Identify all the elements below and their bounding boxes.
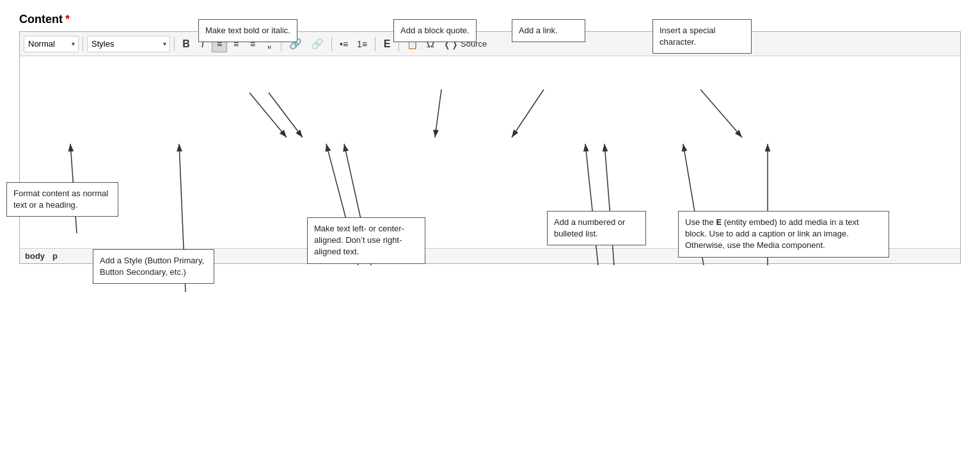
blockquote-tooltip: Add a block quote. (393, 19, 477, 42)
sep-2 (174, 37, 175, 51)
styles-tooltip: Add a Style (Button Primary, Button Seco… (93, 249, 214, 284)
entity-embed-button[interactable]: E (379, 36, 395, 52)
content-title: Content (19, 13, 63, 26)
alignment-tooltip: Make text left- or center-aligned. Don’t… (307, 217, 425, 264)
format-tooltip: Format content as normal text or a headi… (6, 182, 118, 217)
link-tooltip: Add a link. (512, 19, 585, 42)
entity-tooltip-text: Use the E (entity embed) to add media in… (685, 217, 859, 250)
bold-button[interactable]: B (178, 36, 194, 52)
list-tooltip: Add a numbered or bulleted list. (547, 211, 646, 245)
required-star: * (65, 13, 70, 26)
footer-p: p (52, 251, 58, 261)
sep-1 (83, 37, 83, 51)
format-select-wrapper[interactable]: Normal Heading 1 Heading 2 Heading 3 Hea… (24, 36, 79, 52)
styles-select[interactable]: Styles Button Primary Button Secondary (87, 36, 170, 52)
styles-select-wrapper[interactable]: Styles Button Primary Button Secondary (87, 36, 170, 52)
entity-tooltip: Use the E (entity embed) to add media in… (678, 211, 889, 258)
sep-5 (375, 37, 375, 51)
format-select[interactable]: Normal Heading 1 Heading 2 Heading 3 Hea… (24, 36, 79, 52)
numbered-list-button[interactable]: 1≡ (353, 36, 371, 52)
page-container: Content * Normal Heading 1 Heading 2 Hea… (0, 0, 980, 464)
bold-italic-tooltip: Make text bold or italic. (198, 19, 297, 42)
special-char-tooltip: Insert a special character. (652, 19, 752, 54)
toolbar: Normal Heading 1 Heading 2 Heading 3 Hea… (20, 32, 960, 56)
content-label: Content * (19, 13, 961, 26)
unlink-button[interactable]: 🔗 (307, 36, 328, 52)
footer-body: body (25, 251, 45, 261)
bulleted-list-button[interactable]: •≡ (336, 36, 352, 52)
sep-4 (331, 37, 332, 51)
